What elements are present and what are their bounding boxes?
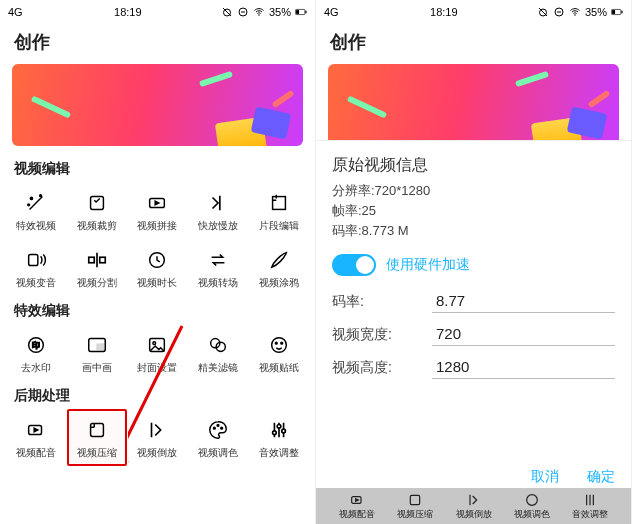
- dnd-icon: [553, 6, 565, 18]
- promo-banner[interactable]: [328, 64, 619, 146]
- crop-icon: [84, 190, 110, 216]
- tool-audio-adjust[interactable]: 音效调整: [248, 411, 309, 464]
- split-icon: [84, 247, 110, 273]
- grid-video-edit-2: 视频变音 视频分割 视频时长 视频转场 视频涂鸦: [0, 241, 315, 298]
- svg-rect-41: [612, 10, 615, 14]
- clip-edit-icon: [266, 190, 292, 216]
- palette-icon: [524, 492, 540, 508]
- tool-cover[interactable]: 封面设置: [127, 326, 188, 379]
- speed-icon: [205, 190, 231, 216]
- compress-dialog: 原始视频信息 分辨率:720*1280 帧率:25 码率:8.773 M 使用硬…: [316, 140, 631, 496]
- svg-point-30: [214, 427, 216, 429]
- tool-video-duration[interactable]: 视频时长: [127, 241, 188, 294]
- svg-point-31: [217, 425, 219, 427]
- promo-banner[interactable]: [12, 64, 303, 146]
- transition-icon: [205, 247, 231, 273]
- tool-video-color[interactable]: 视频调色: [503, 492, 561, 521]
- join-icon: [144, 190, 170, 216]
- brush-icon: [266, 247, 292, 273]
- cancel-button[interactable]: 取消: [531, 468, 559, 486]
- sliders-icon: [582, 492, 598, 508]
- svg-text:印: 印: [32, 341, 40, 350]
- svg-point-9: [28, 204, 30, 206]
- grid-video-edit-1: 特效视频 视频裁剪 视频拼接 快放慢放 片段编辑: [0, 184, 315, 241]
- tool-video-dub[interactable]: 视频配音: [6, 411, 67, 464]
- tool-voice-change[interactable]: 视频变音: [6, 241, 67, 294]
- height-input[interactable]: 1280: [432, 356, 615, 379]
- status-bar: 4G 18:19 35%: [316, 0, 631, 24]
- pip-icon: [84, 332, 110, 358]
- wifi-icon: [569, 6, 581, 18]
- svg-point-32: [221, 427, 223, 429]
- reverse-icon: [466, 492, 482, 508]
- svg-rect-42: [621, 11, 622, 14]
- svg-rect-14: [89, 257, 95, 263]
- phone-right: 4G 18:19 35% 创作 原始视频信息 分辨率:720*1280 帧率:2…: [316, 0, 632, 524]
- page-title: 创作: [316, 24, 631, 62]
- svg-rect-10: [90, 197, 103, 210]
- field-width: 视频宽度: 720: [332, 323, 615, 346]
- svg-point-22: [153, 342, 156, 345]
- svg-point-35: [281, 429, 285, 433]
- tool-video-color[interactable]: 视频调色: [188, 411, 249, 464]
- svg-point-7: [31, 197, 33, 199]
- tool-video-transition[interactable]: 视频转场: [188, 241, 249, 294]
- svg-rect-12: [272, 197, 285, 210]
- svg-point-27: [281, 342, 283, 344]
- voice-icon: [23, 247, 49, 273]
- tool-filter[interactable]: 精美滤镜: [188, 326, 249, 379]
- bitrate-input[interactable]: 8.77: [432, 290, 615, 313]
- svg-rect-5: [296, 10, 299, 14]
- svg-point-33: [272, 431, 276, 435]
- clock-text: 18:19: [114, 6, 142, 18]
- tool-video-reverse[interactable]: 视频倒放: [444, 492, 502, 521]
- tool-video-split[interactable]: 视频分割: [67, 241, 128, 294]
- tool-audio-adjust[interactable]: 音效调整: [561, 492, 619, 521]
- dialog-actions: 取消 确定: [531, 468, 615, 486]
- tool-video-dub[interactable]: 视频配音: [328, 492, 386, 521]
- hw-accel-switch[interactable]: [332, 254, 376, 276]
- section-effects-title: 特效编辑: [0, 298, 315, 326]
- tool-video-join[interactable]: 视频拼接: [127, 184, 188, 237]
- svg-rect-13: [29, 255, 38, 266]
- net-text: 4G: [324, 6, 339, 18]
- tool-speed[interactable]: 快放慢放: [188, 184, 249, 237]
- hw-accel-row: 使用硬件加速: [332, 254, 615, 276]
- battery-icon: [611, 6, 623, 18]
- tool-special-effects-video[interactable]: 特效视频: [6, 184, 67, 237]
- compress-icon: [407, 492, 423, 508]
- svg-point-8: [40, 195, 42, 197]
- tool-remove-watermark[interactable]: 印 去水印: [6, 326, 67, 379]
- wifi-icon: [253, 6, 265, 18]
- filter-icon: [205, 332, 231, 358]
- tool-video-reverse[interactable]: 视频倒放: [127, 411, 188, 464]
- net-text: 4G: [8, 6, 23, 18]
- dub-icon: [349, 492, 365, 508]
- tool-sticker[interactable]: 视频贴纸: [248, 326, 309, 379]
- stamp-icon: 印: [23, 332, 49, 358]
- tool-video-compress[interactable]: 视频压缩: [386, 492, 444, 521]
- alarm-off-icon: [537, 6, 549, 18]
- compress-icon: [84, 417, 110, 443]
- grid-post: 视频配音 视频压缩 视频倒放 视频调色 音效调整: [0, 411, 315, 468]
- confirm-button[interactable]: 确定: [587, 468, 615, 486]
- dim-bottom-row: 视频配音 视频压缩 视频倒放 视频调色 音效调整: [316, 488, 631, 524]
- svg-point-45: [526, 494, 537, 505]
- dialog-title: 原始视频信息: [332, 155, 615, 176]
- info-bitrate: 码率:8.773 M: [332, 222, 615, 240]
- svg-point-3: [258, 14, 260, 16]
- section-video-edit-title: 视频编辑: [0, 156, 315, 184]
- battery-icon: [295, 6, 307, 18]
- tool-video-compress[interactable]: 视频压缩: [67, 409, 128, 466]
- magic-wand-icon: [23, 190, 49, 216]
- grid-effects: 印 去水印 画中画 封面设置 精美滤镜 视频贴纸: [0, 326, 315, 383]
- clock-text: 18:19: [430, 6, 458, 18]
- tool-pip[interactable]: 画中画: [67, 326, 128, 379]
- tool-clip-edit[interactable]: 片段编辑: [248, 184, 309, 237]
- tool-video-crop[interactable]: 视频裁剪: [67, 184, 128, 237]
- svg-rect-15: [100, 257, 106, 263]
- field-height: 视频高度: 1280: [332, 356, 615, 379]
- width-input[interactable]: 720: [432, 323, 615, 346]
- tool-video-doodle[interactable]: 视频涂鸦: [248, 241, 309, 294]
- svg-rect-6: [305, 11, 306, 14]
